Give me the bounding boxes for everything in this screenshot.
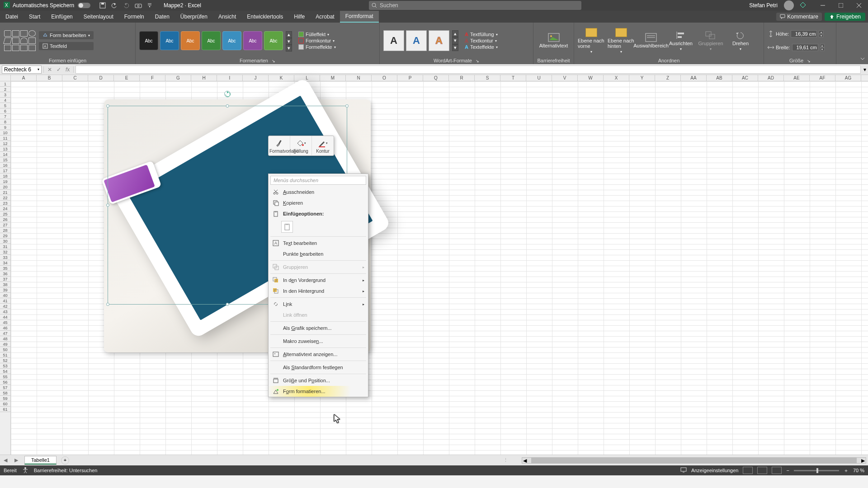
- shape-style-gallery-scroll[interactable]: ▴▾▾: [286, 31, 292, 50]
- handle-sw[interactable]: [106, 303, 109, 306]
- row-header-37[interactable]: 37: [0, 277, 10, 282]
- breite-input[interactable]: [792, 44, 818, 51]
- search-box[interactable]: Suchen: [369, 1, 581, 10]
- ctx-link[interactable]: Link▸: [269, 299, 368, 310]
- col-header-AE[interactable]: AE: [784, 75, 810, 81]
- row-header-26[interactable]: 26: [0, 217, 10, 222]
- row-header-11[interactable]: 11: [0, 136, 10, 141]
- fx-enter-button[interactable]: ✓: [55, 66, 63, 73]
- handle-n[interactable]: [226, 104, 229, 108]
- hoehe-input[interactable]: [791, 30, 817, 38]
- row-header-60[interactable]: 60: [0, 401, 10, 407]
- shape-style-0[interactable]: Abc: [139, 31, 158, 50]
- row-header-3[interactable]: 3: [0, 92, 10, 98]
- row-header-41[interactable]: 41: [0, 298, 10, 304]
- col-header-AG[interactable]: AG: [835, 75, 861, 81]
- row-header-36[interactable]: 36: [0, 271, 10, 277]
- ctx-punkte-bearbeiten[interactable]: Punkte bearbeiten: [269, 249, 368, 259]
- fx-cancel-button[interactable]: ✕: [46, 66, 54, 73]
- row-header-1[interactable]: 1: [0, 81, 10, 87]
- sheet-nav-prev[interactable]: ◀: [0, 457, 11, 463]
- mini-fuellung-button[interactable]: ▾ Füllung: [290, 136, 312, 155]
- auswahlbereich-button[interactable]: Auswahlbereich: [637, 33, 665, 48]
- col-header-D[interactable]: D: [88, 75, 114, 81]
- ctx-paste-option-button[interactable]: [281, 221, 293, 233]
- col-header-C[interactable]: C: [62, 75, 88, 81]
- formula-bar[interactable]: [75, 66, 861, 74]
- tab-seitenlayout[interactable]: Seitenlayout: [78, 11, 119, 23]
- row-header-14[interactable]: 14: [0, 152, 10, 157]
- col-header-Y[interactable]: Y: [629, 75, 655, 81]
- wordart-dialog-launcher[interactable]: ↘: [476, 59, 479, 63]
- breite-spin-down[interactable]: ▾: [820, 47, 825, 51]
- wordart-style-2[interactable]: A: [429, 30, 449, 51]
- handle-w[interactable]: [106, 204, 109, 207]
- col-header-T[interactable]: T: [500, 75, 526, 81]
- coming-soon-icon[interactable]: [799, 1, 807, 10]
- handle-ne[interactable]: [345, 104, 349, 108]
- col-header-U[interactable]: U: [526, 75, 552, 81]
- row-header-44[interactable]: 44: [0, 314, 10, 320]
- row-header-12[interactable]: 12: [0, 141, 10, 146]
- wordart-style-1[interactable]: A: [406, 30, 427, 51]
- row-header-13[interactable]: 13: [0, 146, 10, 152]
- status-accessibility-text[interactable]: Barrierefreiheit: Untersuchen: [34, 468, 98, 473]
- row-headers[interactable]: 1234567891011121314151617181920212223242…: [0, 81, 11, 455]
- zoom-in-button[interactable]: ＋: [844, 467, 849, 474]
- kommentare-button[interactable]: Kommentare: [776, 13, 822, 21]
- user-name[interactable]: Stefan Petri: [749, 2, 778, 9]
- row-header-45[interactable]: 45: [0, 320, 10, 325]
- ebene-nach-hinten-button[interactable]: Ebene nach hinten▾: [608, 28, 635, 54]
- ctx-form-formatieren[interactable]: Form formatieren...: [269, 386, 368, 397]
- col-header-F[interactable]: F: [140, 75, 165, 81]
- tab-hilfe[interactable]: Hilfe: [288, 11, 310, 23]
- display-settings-label[interactable]: Anzeigeeinstellungen: [691, 468, 739, 473]
- shape-style-3[interactable]: Abc: [202, 31, 221, 50]
- row-header-29[interactable]: 29: [0, 233, 10, 239]
- horizontal-scrollbar[interactable]: ◀▶: [522, 457, 866, 464]
- col-header-B[interactable]: B: [37, 75, 62, 81]
- mini-formatvorlage-button[interactable]: Formatvorlage: [269, 136, 290, 155]
- breite-spin-up[interactable]: ▴: [820, 44, 825, 47]
- wordart-gallery[interactable]: A A A: [383, 30, 449, 51]
- texteffekte-button[interactable]: ATexteffekte ▾: [465, 44, 498, 50]
- ctx-groesse-und-position[interactable]: Größe und Position...: [269, 375, 368, 386]
- select-all-corner[interactable]: [0, 75, 11, 81]
- col-header-S[interactable]: S: [475, 75, 500, 81]
- row-header-18[interactable]: 18: [0, 174, 10, 179]
- row-header-4[interactable]: 4: [0, 98, 10, 103]
- formkontur-button[interactable]: Formkontur ▾: [298, 38, 336, 43]
- formula-bar-expand[interactable]: ▾: [863, 66, 866, 73]
- col-header-Q[interactable]: Q: [423, 75, 449, 81]
- row-header-61[interactable]: 61: [0, 407, 10, 412]
- row-header-20[interactable]: 20: [0, 184, 10, 190]
- row-header-21[interactable]: 21: [0, 190, 10, 195]
- gruppieren-button[interactable]: Gruppieren▾: [697, 31, 724, 51]
- col-header-AB[interactable]: AB: [707, 75, 732, 81]
- shape-style-2[interactable]: Abc: [181, 31, 200, 50]
- window-minimize-button[interactable]: [814, 0, 832, 11]
- row-header-22[interactable]: 22: [0, 195, 10, 201]
- row-header-39[interactable]: 39: [0, 287, 10, 293]
- row-header-57[interactable]: 57: [0, 385, 10, 390]
- window-maximize-button[interactable]: [832, 0, 850, 11]
- rotate-handle[interactable]: [224, 91, 231, 97]
- col-header-I[interactable]: I: [217, 75, 243, 81]
- hoehe-spin-up[interactable]: ▴: [819, 30, 823, 34]
- wordart-gallery-scroll[interactable]: ▴▾▾: [452, 30, 458, 51]
- shape-style-4[interactable]: Abc: [222, 31, 241, 50]
- zoom-out-button[interactable]: −: [786, 468, 789, 473]
- row-header-30[interactable]: 30: [0, 239, 10, 244]
- row-header-48[interactable]: 48: [0, 336, 10, 342]
- wordart-style-0[interactable]: A: [383, 30, 404, 51]
- tab-ueberpruefen[interactable]: Überprüfen: [175, 11, 213, 23]
- ctx-in-den-hintergrund[interactable]: In den Hintergrund▸: [269, 286, 368, 296]
- row-header-49[interactable]: 49: [0, 342, 10, 347]
- zoom-level[interactable]: 70 %: [853, 468, 864, 473]
- col-header-O[interactable]: O: [372, 75, 397, 81]
- row-header-35[interactable]: 35: [0, 266, 10, 271]
- row-header-43[interactable]: 43: [0, 309, 10, 314]
- ausrichten-button[interactable]: Ausrichten▾: [667, 31, 694, 51]
- alternativtext-button[interactable]: Alternativtext: [540, 33, 567, 48]
- col-header-AC[interactable]: AC: [732, 75, 758, 81]
